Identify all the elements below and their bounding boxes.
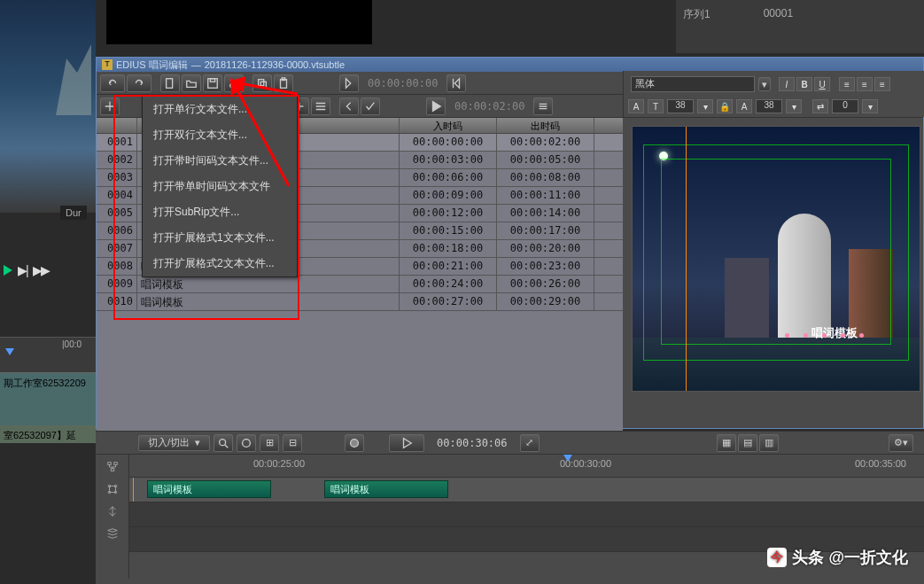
cell-text[interactable]: 唱词模板 [137, 293, 400, 310]
step-fwd-button[interactable]: ▶| [18, 263, 27, 277]
tool-b-button[interactable] [311, 97, 330, 115]
layout-2-button[interactable]: ▤ [738, 434, 757, 452]
th-out[interactable]: 出时码 [497, 118, 594, 133]
cell-out[interactable]: 00:00:20:00 [497, 240, 594, 257]
cell-in[interactable]: 00:00:06:00 [400, 169, 497, 186]
snap-button[interactable]: ⤢ [520, 434, 540, 452]
mark-in-button[interactable] [339, 74, 359, 92]
add-button[interactable] [100, 97, 120, 115]
cut-button[interactable] [224, 74, 244, 92]
cell-in[interactable]: 00:00:21:00 [400, 258, 497, 275]
cell-in[interactable]: 00:00:18:00 [400, 240, 497, 257]
menu-item[interactable]: 打开带单时间码文本文件 [143, 174, 297, 199]
menu-item[interactable]: 打开带时间码文本文件... [143, 148, 297, 174]
check-button[interactable] [361, 97, 380, 115]
timeline-ruler[interactable]: 00:00:25:00 00:00:30:00 00:00:35:00 [129, 455, 924, 478]
cell-out[interactable]: 00:00:14:00 [497, 205, 594, 222]
paste-button[interactable] [274, 74, 293, 92]
cell-in[interactable]: 00:00:00:00 [400, 134, 497, 151]
font-select[interactable]: 黑体 [631, 76, 755, 92]
play-button[interactable] [4, 265, 12, 276]
align-center-button[interactable]: ≡ [857, 77, 873, 91]
cell-in[interactable]: 00:00:27:00 [400, 293, 497, 310]
layout-1-button[interactable]: ▦ [717, 434, 736, 452]
menu-item[interactable]: 打开SubRip文件... [143, 199, 297, 225]
open-button[interactable] [182, 74, 201, 92]
spin-btn[interactable]: ▾ [697, 99, 713, 113]
settings-button[interactable] [533, 97, 553, 115]
char-t-button[interactable]: T [648, 99, 664, 113]
timeline-track-2[interactable] [129, 502, 924, 527]
play-button-2[interactable] [426, 97, 446, 115]
cell-in[interactable]: 00:00:09:00 [400, 187, 497, 204]
tool-1[interactable]: ⊞ [260, 434, 279, 452]
th-in[interactable]: 入时码 [400, 118, 497, 133]
cell-in[interactable]: 00:00:24:00 [400, 276, 497, 292]
menu-item[interactable]: 打开双行文本文件... [143, 122, 297, 148]
menu-item[interactable]: 打开单行文本文件... [143, 97, 297, 122]
record-button[interactable] [345, 434, 364, 452]
mark-out-button[interactable] [446, 74, 466, 92]
th-index[interactable] [97, 118, 137, 133]
fast-fwd-button[interactable]: ▶▶ [33, 263, 49, 277]
settings-tl-button[interactable]: ⚙▾ [889, 434, 913, 452]
cell-in[interactable]: 00:00:12:00 [400, 205, 497, 222]
bold-button[interactable]: B [796, 77, 812, 91]
undo-button[interactable] [100, 74, 125, 92]
subtitle-clip-1[interactable]: 唱词模板 [147, 480, 271, 498]
tl-tool-hierarchy[interactable] [98, 457, 127, 477]
redo-button[interactable] [127, 74, 151, 92]
timeline-track-1[interactable]: 唱词模板 唱词模板 [129, 478, 924, 502]
subtitle-preview[interactable]: 唱词模板 [632, 126, 920, 392]
cell-in[interactable]: 00:00:15:00 [400, 222, 497, 239]
cell-out[interactable]: 00:00:02:00 [497, 134, 594, 151]
italic-button[interactable]: I [779, 77, 795, 91]
cell-out[interactable]: 00:00:17:00 [497, 222, 594, 239]
layout-3-button[interactable]: ▥ [759, 434, 779, 452]
play-timeline-button[interactable] [389, 434, 424, 452]
size-spin-1[interactable]: 38 [667, 99, 694, 113]
table-row[interactable]: 0009唱词模板00:00:24:0000:00:26:00 [97, 276, 623, 293]
size-spin-2[interactable]: 38 [756, 99, 782, 113]
cut-in-out-button[interactable]: 切入/切出▾ [138, 435, 210, 451]
cell-in[interactable]: 00:00:03:00 [400, 152, 497, 168]
cell-out[interactable]: 00:00:08:00 [497, 169, 594, 186]
control-points[interactable] [778, 329, 884, 347]
zoom-button[interactable] [214, 434, 233, 452]
menu-item[interactable]: 打开扩展格式2文本文件... [143, 251, 297, 276]
window-title-bar[interactable]: T EDIUS 唱词编辑 — 20181126-112936-0000.vtsu… [97, 58, 923, 72]
tool-2[interactable]: ⊟ [283, 434, 302, 452]
char-a2-button[interactable]: A [736, 99, 752, 113]
tl-tool-layers[interactable] [98, 524, 127, 543]
back-button[interactable] [339, 97, 359, 115]
cell-text[interactable]: 唱词模板 [137, 276, 400, 292]
underline-button[interactable]: U [814, 77, 830, 91]
cell-out[interactable]: 00:00:26:00 [497, 276, 594, 292]
tl-tool-arrows[interactable] [98, 502, 127, 521]
cell-out[interactable]: 00:00:29:00 [497, 293, 594, 310]
new-button[interactable] [160, 74, 180, 92]
tl-tool-nodes[interactable] [98, 479, 127, 499]
align-right-button[interactable]: ≡ [874, 77, 890, 91]
cell-out[interactable]: 00:00:23:00 [497, 258, 594, 275]
kern-spin[interactable]: 0 [832, 99, 858, 113]
spin-btn-3[interactable]: ▾ [862, 99, 878, 113]
svg-rect-14 [108, 463, 112, 465]
fx-button[interactable] [237, 434, 256, 452]
playhead-marker[interactable] [5, 348, 14, 355]
table-row[interactable]: 0010唱词模板00:00:27:0000:00:29:00 [97, 293, 623, 311]
copy-button[interactable] [252, 74, 272, 92]
spin-btn-2[interactable]: ▾ [786, 99, 802, 113]
char-a-button[interactable]: A [628, 99, 644, 113]
playhead-cursor[interactable] [563, 455, 572, 462]
menu-item[interactable]: 打开扩展格式1文本文件... [143, 225, 297, 251]
font-dropdown-icon[interactable]: ▾ [758, 77, 771, 91]
title-icon: T [102, 59, 113, 70]
cell-out[interactable]: 00:00:11:00 [497, 187, 594, 204]
lock-icon[interactable]: 🔒 [717, 99, 733, 113]
kern-icon[interactable]: ⇄ [812, 99, 828, 113]
cell-out[interactable]: 00:00:05:00 [497, 152, 594, 168]
subtitle-clip-2[interactable]: 唱词模板 [324, 480, 448, 498]
save-button[interactable] [203, 74, 222, 92]
align-left-button[interactable]: ≡ [839, 77, 855, 91]
